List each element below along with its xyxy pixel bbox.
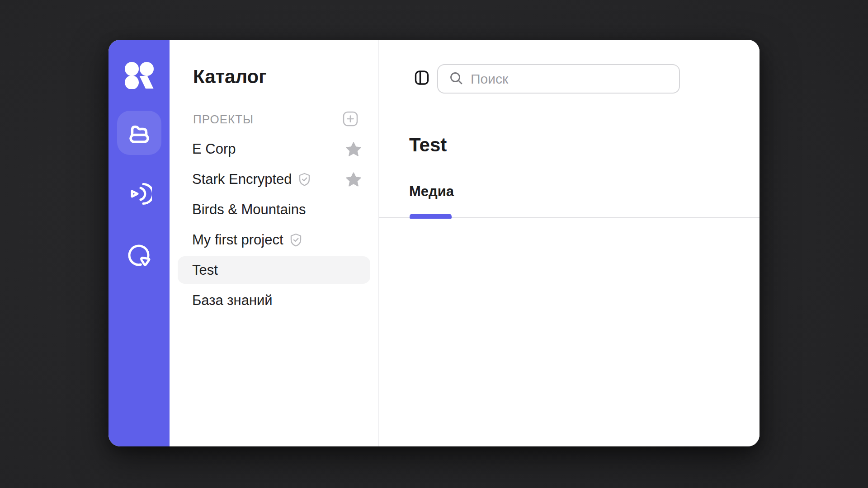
project-row[interactable]: Stark Encrypted [178,165,370,193]
panel-left-icon [415,80,429,87]
project-row[interactable]: Test [178,256,370,284]
main-content: Test Медиа [379,40,760,446]
page-title: Test [409,134,447,156]
project-label: My first project [192,232,283,248]
broadcast-icon [127,182,152,207]
nav-rail [108,40,170,446]
project-label: Test [192,262,218,278]
project-row[interactable]: База знаний [178,286,370,314]
add-project-button[interactable] [343,112,358,127]
rail-item-catalog[interactable] [117,111,161,155]
project-list: E Corp Stark Encrypted [170,135,378,317]
plus-icon [343,111,358,128]
shield-check-icon [290,233,302,247]
rail-item-media[interactable] [117,172,161,216]
projects-section-label: ПРОЕКТЫ [193,113,254,127]
shield-check-icon [298,173,311,186]
rail-items [117,111,161,278]
project-label: E Corp [192,141,236,157]
active-tab-indicator [410,214,452,219]
star-icon[interactable] [346,142,361,156]
project-row[interactable]: E Corp [178,135,370,163]
pie-chart-icon [127,243,151,269]
projects-section-header: ПРОЕКТЫ [193,111,358,127]
search-icon [449,71,463,87]
panel-toggle-button[interactable] [415,70,429,86]
app-window: Каталог ПРОЕКТЫ E Corp [108,40,760,446]
folder-icon [128,122,151,145]
panel-title: Каталог [193,66,267,88]
rail-item-analytics[interactable] [117,234,161,278]
search-input[interactable] [471,71,670,87]
project-row[interactable]: Birds & Mountains [178,196,370,223]
search-box [437,64,680,94]
desktop-background: Каталог ПРОЕКТЫ E Corp [0,0,868,488]
catalog-panel: Каталог ПРОЕКТЫ E Corp [170,40,379,446]
project-label: Birds & Mountains [192,202,306,218]
app-logo[interactable] [124,62,154,89]
project-label: База знаний [192,292,273,309]
project-label: Stark Encrypted [192,171,292,188]
tab-media[interactable]: Медиа [409,183,454,200]
project-row[interactable]: My first project [178,226,370,253]
star-icon[interactable] [346,172,361,187]
tab-media-label: Медиа [409,183,454,199]
